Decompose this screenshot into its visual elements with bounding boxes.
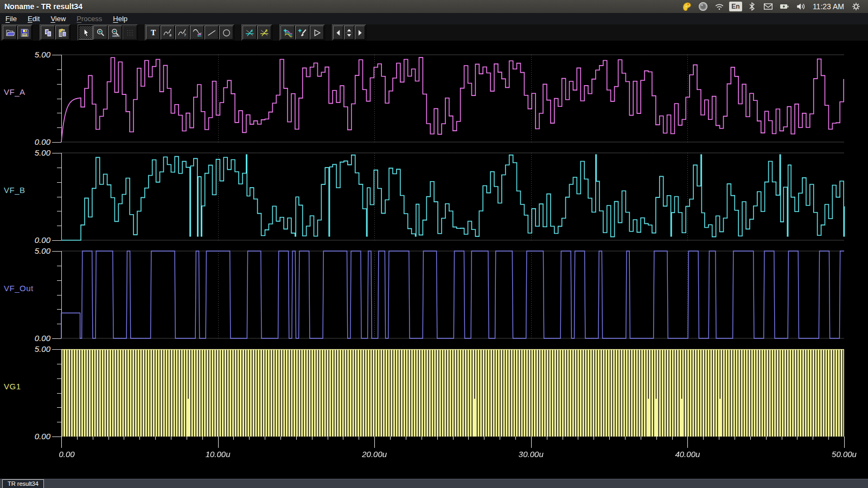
y-min-label-vf_a: 0.00 — [17, 137, 50, 146]
svg-text:a: a — [169, 33, 171, 37]
signal-label-vf_out: VF_Out — [4, 284, 34, 293]
scroll-left-button[interactable] — [333, 25, 343, 40]
signal-label-vf_b: VF_B — [4, 185, 25, 195]
app-window: Noname - TR result34 En11:23 AM FileEdit… — [0, 0, 868, 488]
y-max-label-vf_a: 5.00 — [17, 50, 50, 59]
power-gear-icon[interactable] — [850, 1, 863, 12]
scroll-vertical-button[interactable] — [344, 25, 354, 40]
result-tabbar: TR result34 — [0, 479, 868, 488]
y-min-label-vg1: 0.00 — [17, 432, 50, 441]
toolbar-group: 100% — [78, 24, 138, 41]
waveform-panel-vf_out — [52, 250, 847, 340]
tab-tr-result34[interactable]: TR result34 — [2, 479, 44, 488]
add-curves-button[interactable] — [280, 25, 295, 40]
draw-line-button[interactable] — [205, 25, 219, 40]
svg-text:a: a — [251, 28, 253, 32]
copy-icon — [43, 28, 53, 37]
toolbar-group: Ta? — [145, 24, 234, 41]
x-tick-label-2: 20.00u — [350, 450, 399, 459]
cursor-icon — [81, 28, 91, 37]
curve-pointer-a-icon: a — [163, 28, 173, 37]
keyboard-layout-badge[interactable]: En — [729, 2, 742, 11]
open-icon — [5, 28, 15, 37]
system-tray: En11:23 AM — [680, 1, 868, 12]
nav-updown-icon — [344, 28, 354, 37]
toolbar: 100%Ta?ab — [0, 24, 868, 41]
probe-icon — [298, 28, 307, 37]
svg-text:?: ? — [183, 33, 186, 37]
cursor-b-button[interactable]: b — [257, 25, 271, 40]
y-max-label-vf_b: 5.00 — [17, 148, 50, 157]
curve-pointer-q-icon: ? — [178, 28, 187, 37]
y-min-label-vf_b: 0.00 — [17, 235, 50, 245]
play-icon — [312, 28, 322, 37]
menu-edit[interactable]: Edit — [22, 15, 45, 23]
add-probe-button[interactable] — [295, 25, 309, 40]
scroll-right-button[interactable] — [355, 25, 365, 40]
toolbar-group: ab — [241, 24, 272, 41]
waveform-panel-vf_b — [52, 152, 847, 242]
x-tick-label-5: 50.00u — [820, 450, 868, 459]
run-button[interactable] — [310, 25, 324, 40]
nav-left-icon — [334, 28, 343, 37]
time-axis — [52, 436, 847, 451]
wifi-icon[interactable] — [713, 1, 726, 12]
open-button[interactable] — [3, 25, 17, 40]
cursor-b-icon: b — [260, 28, 269, 37]
waveform-panel-vg1 — [52, 348, 847, 438]
annotate-curve-button[interactable]: a — [161, 25, 175, 40]
menu-process[interactable]: Process — [71, 15, 107, 23]
titlebar: Noname - TR result34 En11:23 AM — [0, 0, 868, 13]
add-curves-icon — [283, 28, 292, 37]
bluetooth-icon[interactable] — [745, 1, 758, 12]
signal-label-vg1: VG1 — [4, 382, 21, 391]
toolbar-group — [279, 24, 325, 41]
menu-file[interactable]: File — [0, 15, 22, 23]
insert-text-button[interactable]: T — [146, 25, 160, 40]
legend-button[interactable] — [190, 25, 204, 40]
x-tick-label-0: 0.00 — [42, 450, 91, 459]
menu-help[interactable]: Help — [107, 15, 133, 23]
x-tick-label-4: 40.00u — [663, 450, 712, 459]
nav-right-icon — [355, 28, 365, 37]
svg-text:b: b — [265, 28, 267, 32]
identify-curve-button[interactable]: ? — [175, 25, 189, 40]
zoom-in-icon — [96, 28, 105, 37]
grid-icon — [125, 28, 135, 37]
waveform-panel-vf_a — [52, 54, 847, 144]
draw-circle-button[interactable] — [219, 25, 233, 40]
zoom-100-button[interactable]: 100% — [108, 25, 122, 40]
volume-icon[interactable] — [794, 1, 807, 12]
battery-icon[interactable] — [778, 1, 791, 12]
mail-icon[interactable] — [762, 1, 775, 12]
menubar: FileEditViewProcessHelp — [0, 13, 868, 25]
cursor-a-icon: a — [245, 28, 254, 37]
window-title: Noname - TR result34 — [0, 2, 82, 11]
line-icon — [207, 28, 216, 37]
paste-button[interactable] — [55, 25, 69, 40]
zoom-100-icon: 100% — [111, 28, 120, 37]
y-max-label-vg1: 5.00 — [17, 344, 50, 354]
app-indicator-icon[interactable] — [680, 1, 693, 12]
y-min-label-vf_out: 0.00 — [17, 333, 50, 343]
grid-toggle-button[interactable] — [123, 25, 137, 40]
svg-text:T: T — [150, 29, 155, 37]
clock-label[interactable]: 11:23 AM — [810, 2, 846, 11]
toolbar-group — [40, 24, 71, 41]
x-tick-label-1: 10.00u — [194, 450, 242, 459]
zoom-in-button[interactable] — [93, 25, 107, 40]
select-mode-button[interactable] — [79, 25, 93, 40]
svg-text:100%: 100% — [112, 34, 119, 37]
cursor-a-button[interactable]: a — [242, 25, 257, 40]
menu-view[interactable]: View — [45, 15, 71, 23]
copy-button[interactable] — [41, 25, 55, 40]
save-button[interactable] — [17, 25, 31, 40]
waveform-plot-area: Time (s) 5.000.00VF_A5.000.00VF_B5.000.0… — [0, 41, 868, 479]
paste-icon — [58, 28, 67, 37]
sphere-indicator-icon[interactable] — [697, 1, 710, 12]
toolbar-group — [332, 24, 366, 41]
x-tick-label-3: 30.00u — [507, 450, 556, 459]
circle-icon — [222, 28, 231, 37]
signal-label-vf_a: VF_A — [4, 87, 25, 97]
toolbar-group — [2, 24, 33, 41]
